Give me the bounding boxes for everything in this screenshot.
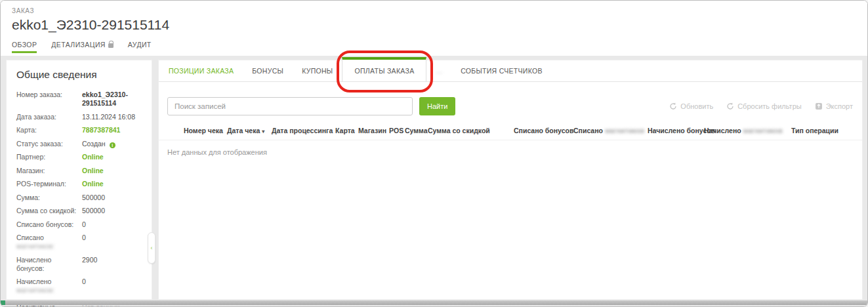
table-header: Номер чека Дата чека▾ Дата процессинга К… (159, 127, 862, 140)
sum-value: 500000 (82, 194, 142, 202)
store-link[interactable]: Online (82, 167, 142, 175)
pos-terminal-link[interactable]: Online (82, 180, 142, 188)
tab-coupons[interactable]: КУПОНЫ (293, 60, 342, 81)
col-card[interactable]: Карта (335, 127, 358, 134)
info-row-bonuses-accrued: Начислено бонусов: 2900 (16, 256, 142, 273)
tab-audit[interactable]: АУДИТ (128, 41, 152, 52)
col-sum[interactable]: Сумма (405, 127, 428, 134)
table-toolbar: Обновить Сбросить фильтры Экспорт (669, 102, 853, 110)
info-row-partner: Партнер: Online (16, 153, 142, 161)
status-text: Создан (82, 140, 106, 148)
col-processing-date[interactable]: Дата процессинга (272, 127, 335, 134)
info-row-store: Магазин: Online (16, 167, 142, 175)
refresh-label: Обновить (680, 102, 713, 110)
redacted-accrued-value: 0 (82, 277, 142, 295)
bonuses-accrued-value: 2900 (82, 256, 142, 273)
export-icon (815, 102, 823, 110)
redacted-text: магнитиков: (16, 242, 54, 250)
tab-bonuses[interactable]: БОНУСЫ (243, 60, 293, 81)
tab-label: КУПОНЫ (302, 67, 333, 75)
scrollbar-left-fragment (1, 300, 5, 305)
info-row-sum-discount: Сумма со скидкой: 500000 (16, 207, 142, 215)
row-label: Карта: (16, 126, 81, 134)
info-row-redacted-spent: Списано магнитиков: 0 (16, 234, 142, 251)
partner-link[interactable]: Online (82, 153, 142, 161)
chevron-left-icon: ‹ (151, 245, 153, 251)
lock-icon (108, 43, 114, 48)
info-row-sum: Сумма: 500000 (16, 194, 142, 202)
tab-overview-label: ОБЗОР (12, 41, 37, 49)
find-button[interactable]: Найти (419, 97, 455, 115)
page-kicker: ЗАКАЗ (12, 7, 867, 14)
col-bonuses-accrued[interactable]: Начислено бонусов (648, 127, 704, 134)
tab-audit-label: АУДИТ (128, 41, 152, 49)
info-row-card: Карта: 7887387841 (16, 126, 142, 134)
row-label: Номер заказа: (16, 91, 81, 108)
tab-counter-events[interactable]: СОБЫТИЯ СЧЕТЧИКОВ (451, 60, 552, 81)
tab-order-payments[interactable]: ОПЛАТЫ ЗАКАЗА (342, 57, 426, 81)
order-details-panel: ПОЗИЦИИ ЗАКАЗА БОНУСЫ КУПОНЫ ОПЛАТЫ ЗАКА… (158, 60, 863, 300)
row-label: Статус заказа: (16, 140, 81, 148)
col-receipt-date[interactable]: Дата чека▾ (227, 127, 272, 134)
col-store[interactable]: Магазин (358, 127, 389, 134)
row-label: Списано магнитиков: (16, 234, 81, 251)
col-redacted-spent[interactable]: Списано магнитиков (573, 127, 648, 134)
col-sum-discount[interactable]: Сумма со скидкой (428, 127, 514, 134)
redacted-spent-value: 0 (82, 234, 142, 251)
general-info-title: Общие сведения (16, 69, 142, 81)
col-receipt-number[interactable]: Номер чека (184, 127, 227, 134)
tab-label: ... (436, 67, 442, 75)
search-input[interactable] (167, 97, 413, 115)
reset-filters-label: Сбросить фильтры (737, 102, 802, 110)
tab-label: ПОЗИЦИИ ЗАКАЗА (169, 67, 234, 75)
tab-detailing[interactable]: ДЕТАЛИЗАЦИЯ (51, 41, 114, 52)
bonuses-spent-value: 0 (82, 220, 142, 229)
tab-order-positions[interactable]: ПОЗИЦИИ ЗАКАЗА (159, 60, 243, 81)
card-link[interactable]: 7887387841 (82, 126, 142, 134)
col-bonuses-spent[interactable]: Списано бонусов (514, 127, 573, 134)
main-tabs: ПОЗИЦИИ ЗАКАЗА БОНУСЫ КУПОНЫ ОПЛАТЫ ЗАКА… (159, 60, 862, 82)
refresh-button[interactable]: Обновить (669, 102, 713, 110)
page-title: ekko1_Э2310-291515114 (12, 17, 867, 33)
order-number-value: ekko1_Э2310-291515114 (82, 91, 142, 108)
tab-label: БОНУСЫ (252, 67, 283, 75)
tab-label: СОБЫТИЯ СЧЕТЧИКОВ (461, 67, 543, 75)
top-tabs: ОБЗОР ДЕТАЛИЗАЦИЯ АУДИТ (12, 41, 867, 52)
info-row-redacted-accrued: Начисленомагнитиков: 0 (16, 277, 142, 295)
redacted-text: магнитиков (605, 127, 644, 134)
row-label: Дата заказа: (16, 113, 81, 121)
row-label: Партнер: (16, 153, 81, 161)
row-label: POS-терминал: (16, 180, 81, 188)
info-row-status: Статус заказа: Созданi (16, 140, 142, 148)
col-pos[interactable]: POS (389, 127, 405, 134)
col-operation-type[interactable]: Тип операции (791, 127, 838, 134)
body-area: Общие сведения Номер заказа: ekko1_Э2310… (1, 56, 867, 306)
redacted-text: магнитиков (743, 127, 783, 134)
row-label: Списано бонусов: (16, 220, 81, 229)
row-label: Сумма: (16, 194, 81, 202)
tab-overview[interactable]: ОБЗОР (12, 41, 37, 52)
status-value: Созданi (82, 140, 142, 148)
row-label: Начисленомагнитиков: (16, 277, 81, 295)
tab-label: ОПЛАТЫ ЗАКАЗА (354, 67, 414, 75)
order-date-value: 13.11.2024 16:08 (82, 113, 142, 121)
tab-redacted[interactable]: ... (426, 60, 451, 81)
search-row: Найти Обновить Сбросить фильтры Экспорт (167, 97, 853, 115)
info-row-pos-terminal: POS-терминал: Online (16, 180, 142, 188)
info-row-bonuses-spent: Списано бонусов: 0 (16, 220, 142, 229)
empty-state-text: Нет данных для отображения (167, 148, 862, 156)
tab-detailing-label: ДЕТАЛИЗАЦИЯ (51, 41, 106, 49)
info-row-order-number: Номер заказа: ekko1_Э2310-291515114 (16, 91, 142, 108)
sum-discount-value: 500000 (82, 207, 142, 215)
col-redacted-accrued[interactable]: Начислено магнитиков (704, 127, 791, 134)
row-label: Магазин: (16, 167, 81, 175)
general-info-panel: Общие сведения Номер заказа: ekko1_Э2310… (6, 60, 152, 300)
sort-caret-icon: ▾ (262, 129, 264, 134)
sidebar-collapse-handle[interactable]: ‹ (148, 232, 155, 264)
info-icon[interactable]: i (110, 142, 115, 148)
export-label: Экспорт (826, 102, 853, 110)
horizontal-scrollbar[interactable] (1, 300, 867, 305)
reset-filters-button[interactable]: Сбросить фильтры (726, 102, 802, 110)
refresh-icon (669, 102, 677, 110)
export-button[interactable]: Экспорт (815, 102, 853, 110)
